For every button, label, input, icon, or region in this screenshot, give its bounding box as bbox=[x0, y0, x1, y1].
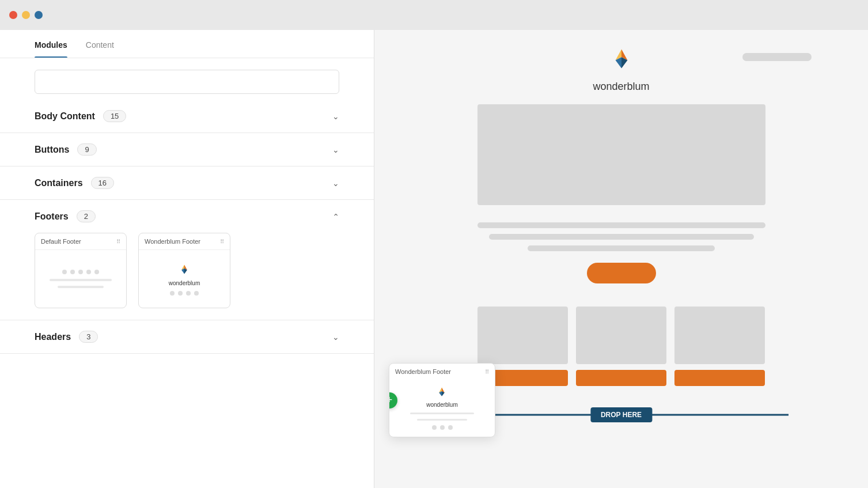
dot bbox=[194, 291, 199, 296]
section-headers: Headers 3 ⌄ bbox=[0, 320, 374, 354]
dot bbox=[86, 270, 91, 274]
drag-preview-label: Wonderblum Footer bbox=[395, 368, 451, 375]
preview-card-2 bbox=[576, 307, 666, 364]
preview-card-btn-2 bbox=[576, 370, 666, 386]
drag-preview-body: wonderblum bbox=[389, 380, 495, 437]
wonderblum-logo-icon bbox=[607, 47, 636, 77]
wonderblum-mini-brand: wonderblum bbox=[169, 280, 200, 286]
dot bbox=[170, 291, 175, 296]
preview-card-3 bbox=[674, 307, 765, 364]
section-buttons-header[interactable]: Buttons 9 ⌄ bbox=[35, 133, 339, 166]
preview-brand-name: wonderblum bbox=[593, 81, 649, 93]
body-content-title: Body Content bbox=[35, 111, 95, 122]
dot bbox=[432, 425, 437, 430]
fullscreen-button[interactable] bbox=[35, 11, 43, 19]
minimize-button[interactable] bbox=[22, 11, 30, 19]
preview-logo: wonderblum bbox=[593, 47, 649, 93]
footer-cards-container: Default Footer ⠿ bbox=[35, 233, 339, 320]
preview-text-line-2 bbox=[489, 234, 754, 240]
preview-card-buttons bbox=[477, 370, 765, 386]
drag-preview-line-1 bbox=[410, 413, 474, 414]
buttons-badge: 9 bbox=[77, 143, 96, 156]
preview-container: wonderblum bbox=[477, 47, 765, 432]
default-footer-card[interactable]: Default Footer ⠿ bbox=[35, 233, 127, 308]
tab-content[interactable]: Content bbox=[86, 30, 114, 58]
buttons-title: Buttons bbox=[35, 145, 69, 155]
preview-cta-button bbox=[587, 263, 656, 283]
wonderblum-footer-preview: wonderblum bbox=[139, 250, 230, 308]
preview-card-btn-3 bbox=[674, 370, 765, 386]
left-panel: Modules Content Body Content 15 ⌄ bbox=[0, 30, 374, 488]
search-area bbox=[0, 58, 374, 100]
preview-text-line-1 bbox=[477, 222, 765, 228]
dot bbox=[70, 270, 75, 274]
dot bbox=[78, 270, 83, 274]
titlebar bbox=[0, 0, 868, 30]
section-containers: Containers 16 ⌄ bbox=[0, 167, 374, 200]
card-line-short bbox=[58, 286, 104, 288]
drag-preview-drag-icon: ⠿ bbox=[485, 369, 489, 375]
preview-logo-area: wonderblum bbox=[477, 47, 765, 93]
dot bbox=[62, 270, 67, 274]
dot bbox=[186, 291, 191, 296]
drag-preview-line-2 bbox=[417, 419, 467, 421]
tab-modules[interactable]: Modules bbox=[35, 30, 67, 58]
headers-badge: 3 bbox=[79, 331, 98, 343]
dot bbox=[440, 425, 445, 430]
preview-text-line-3 bbox=[528, 245, 715, 251]
section-containers-header[interactable]: Containers 16 ⌄ bbox=[35, 167, 339, 199]
drop-here-button[interactable]: DROP HERE bbox=[590, 407, 652, 422]
wonderblum-footer-card[interactable]: Wonderblum Footer ⠿ wonderbl bbox=[138, 233, 230, 308]
card-line bbox=[50, 279, 111, 281]
section-headers-header[interactable]: Headers 3 ⌄ bbox=[35, 320, 339, 353]
wonderblum-footer-drag-icon: ⠿ bbox=[220, 239, 224, 245]
containers-chevron: ⌄ bbox=[332, 179, 339, 188]
headers-title: Headers bbox=[35, 332, 71, 342]
section-footers-header[interactable]: Footers 2 ⌄ bbox=[35, 200, 339, 233]
preview-card-1 bbox=[477, 307, 568, 364]
section-body-content: Body Content 15 ⌄ bbox=[0, 100, 374, 133]
dot bbox=[448, 425, 453, 430]
dot bbox=[178, 291, 183, 296]
drag-preview-logo-icon bbox=[435, 387, 449, 400]
footers-title: Footers bbox=[35, 211, 69, 222]
wonderblum-footer-card-label: Wonderblum Footer bbox=[145, 238, 200, 245]
close-button[interactable] bbox=[9, 11, 17, 19]
default-footer-drag-icon: ⠿ bbox=[116, 239, 120, 245]
footers-badge: 2 bbox=[77, 210, 96, 222]
containers-title: Containers bbox=[35, 178, 83, 188]
body-content-badge: 15 bbox=[103, 110, 126, 122]
section-footers: Footers 2 ⌄ Default Footer ⠿ bbox=[0, 200, 374, 320]
buttons-chevron: ⌄ bbox=[332, 145, 339, 154]
footers-chevron: ⌄ bbox=[332, 212, 339, 221]
preview-nav-bar bbox=[742, 53, 812, 61]
containers-badge: 16 bbox=[91, 177, 114, 189]
default-footer-card-label: Default Footer bbox=[41, 238, 81, 245]
preview-text-lines bbox=[477, 222, 765, 251]
preview-card-grid bbox=[477, 307, 765, 364]
default-footer-preview bbox=[35, 250, 126, 308]
tabs-bar: Modules Content bbox=[0, 30, 374, 58]
section-body-content-header[interactable]: Body Content 15 ⌄ bbox=[35, 100, 339, 133]
dot bbox=[94, 270, 99, 274]
drag-preview-brand: wonderblum bbox=[426, 402, 457, 408]
body-content-chevron: ⌄ bbox=[332, 112, 339, 121]
headers-chevron: ⌄ bbox=[332, 332, 339, 342]
drop-zone[interactable]: DROP HERE bbox=[477, 398, 765, 432]
preview-hero-image bbox=[477, 104, 765, 205]
search-input[interactable] bbox=[35, 70, 339, 94]
section-buttons: Buttons 9 ⌄ bbox=[0, 133, 374, 167]
drag-preview-card: + Wonderblum Footer ⠿ wonderblum bbox=[389, 363, 495, 437]
wonderblum-mini-logo-icon bbox=[176, 263, 192, 279]
